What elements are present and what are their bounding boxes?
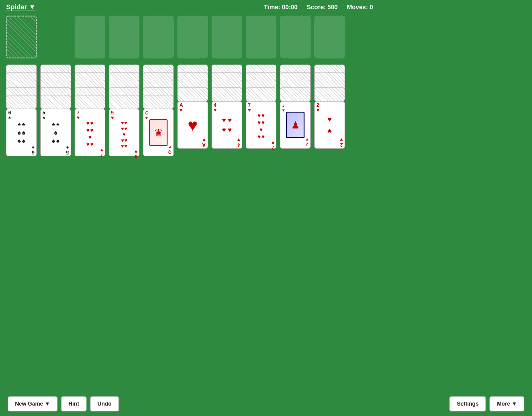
title-arrow: ▼ [29, 3, 36, 11]
card-face-4-hearts[interactable]: 4♥ ♥♥ ♥♥ 4♥ [212, 101, 242, 149]
card-back [75, 95, 105, 109]
card-back [212, 87, 242, 101]
card-face-7-hearts-2[interactable]: 7♥ ♥♥ ♥♥ ♥ ♥♥ 7♥ [246, 101, 276, 149]
foundation-pile-7[interactable] [280, 16, 311, 58]
card-back [280, 87, 311, 101]
card-face-7-hearts[interactable]: 7♥ ♥♥ ♥♥ ♥ ♥♥ 7♥ [75, 109, 105, 156]
stock-pile[interactable] [6, 16, 37, 58]
card-back [143, 95, 174, 109]
foundation-pile-6[interactable] [246, 16, 276, 58]
tableau-column-1: 5♠ ♠♠ ♠ ♠♠ 5♠ [40, 65, 71, 156]
card-back [177, 87, 208, 101]
tableau: 6♠ ♠♠ ♠♠ ♠♠ 6♠ 5♠ ♠♠ ♠ ♠♠ [0, 61, 379, 159]
title-text: Spider [6, 3, 27, 11]
card-back [6, 95, 37, 109]
game-stats: Time: 00:00 Score: 500 Moves: 0 [264, 4, 373, 11]
card-face-9-hearts[interactable]: 9♥ ♥♥ ♥♥ ♥ ♥♥ ♥♥ 9♥ [109, 109, 139, 156]
card-face-ace-hearts[interactable]: A♥ ♥ A♥ [177, 101, 208, 149]
top-area [0, 16, 379, 58]
card-back [40, 95, 71, 109]
score-display: Score: 500 [307, 4, 338, 11]
tableau-column-9: 2♥ ♥ ♥ 2♥ [314, 65, 345, 156]
foundation-pile-1[interactable] [75, 16, 105, 58]
foundation-pile-2[interactable] [109, 16, 139, 58]
foundation-pile-5[interactable] [212, 16, 242, 58]
moves-display: Moves: 0 [347, 4, 373, 11]
gap [40, 16, 71, 58]
time-display: Time: 00:00 [264, 4, 298, 11]
card-face-jack-hearts[interactable]: J♥ ♟ J♥ [280, 101, 311, 149]
tableau-column-5: A♥ ♥ A♥ [177, 65, 208, 156]
card-back [314, 87, 345, 101]
tableau-column-7: 7♥ ♥♥ ♥♥ ♥ ♥♥ 7♥ [246, 65, 276, 156]
tableau-column-3: 9♥ ♥♥ ♥♥ ♥ ♥♥ ♥♥ 9♥ [109, 65, 139, 156]
foundation-pile-3[interactable] [143, 16, 174, 58]
tableau-column-0: 6♠ ♠♠ ♠♠ ♠♠ 6♠ [6, 65, 37, 156]
foundation-pile-4[interactable] [177, 16, 208, 58]
card-face-5-spades[interactable]: 5♠ ♠♠ ♠ ♠♠ 5♠ [40, 109, 71, 156]
tableau-column-4: Q♥ ♛ Q♥ [143, 65, 174, 156]
game-title[interactable]: Spider ▼ [6, 3, 35, 11]
card-face-queen-hearts[interactable]: Q♥ ♛ Q♥ [143, 109, 174, 156]
card-face-2-hearts[interactable]: 2♥ ♥ ♥ 2♥ [314, 101, 345, 149]
tableau-column-2: 7♥ ♥♥ ♥♥ ♥ ♥♥ 7♥ [75, 65, 105, 156]
tableau-column-8: J♥ ♟ J♥ [280, 65, 311, 156]
foundation-pile-8[interactable] [314, 16, 345, 58]
card-face-6-spades[interactable]: 6♠ ♠♠ ♠♠ ♠♠ 6♠ [6, 109, 37, 156]
card-back [246, 87, 276, 101]
tableau-column-6: 4♥ ♥♥ ♥♥ 4♥ [212, 65, 242, 156]
card-back [109, 95, 139, 109]
header: Spider ▼ Time: 00:00 Score: 500 Moves: 0 [0, 0, 379, 14]
